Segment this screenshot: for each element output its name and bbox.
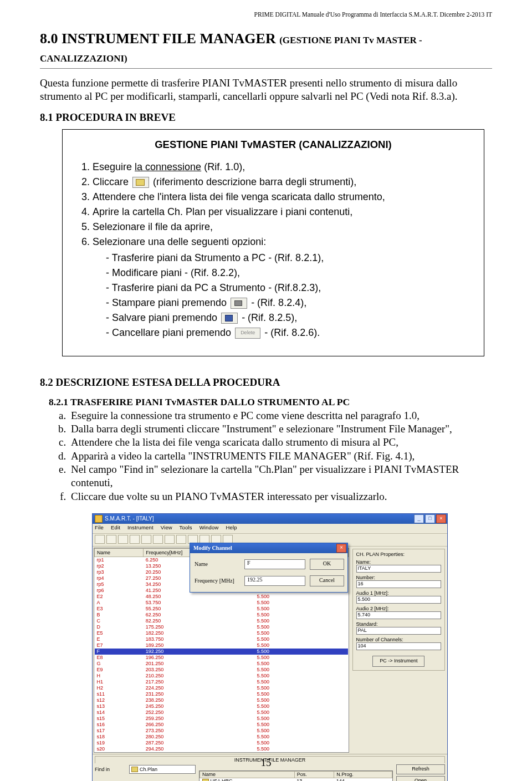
props-std-label: Standard:: [356, 621, 441, 627]
toolbar-button[interactable]: [165, 535, 175, 544]
running-header: PRIME DIGITAL Manuale d'Uso Programma di…: [40, 11, 492, 18]
menu-edit[interactable]: Edit: [111, 524, 120, 530]
alpha-a: Eseguire la connessione tra strumento e …: [69, 409, 492, 422]
step-1-link: la connessione: [135, 161, 201, 172]
option-6: Cancellare piani premendo - (Rif. 8.2.6)…: [106, 325, 473, 340]
modal-title: Modify Channel: [193, 545, 232, 551]
alpha-b: Dalla barra degli strumenti cliccare "In…: [69, 422, 492, 436]
props-title: CH. PLAN Properties:: [356, 552, 441, 557]
step-4: Aprire la cartella Ch. Plan per visualiz…: [93, 205, 473, 220]
table-row[interactable]: H1217.2505.500: [95, 679, 349, 685]
option-2: Modificare piani - (Rif. 8.2.2),: [106, 266, 473, 280]
intro-paragraph: Questa funzione permette di trasferire P…: [40, 76, 492, 104]
toolbar-button[interactable]: [118, 535, 128, 544]
modal-freq-input[interactable]: 192.25: [244, 576, 305, 586]
toolbar-button[interactable]: [153, 535, 163, 544]
floppy-icon: [221, 313, 238, 324]
pc-to-instrument-button[interactable]: PC -> Instrument: [372, 656, 424, 667]
alpha-c: Attendere che la lista dei file venga sc…: [69, 436, 492, 449]
menu-view[interactable]: View: [161, 524, 172, 530]
minimize-button[interactable]: _: [414, 514, 424, 523]
menu-window[interactable]: Window: [200, 524, 219, 530]
toolbar-button[interactable]: [141, 535, 151, 544]
table-row[interactable]: s20294.2505.500: [95, 746, 349, 752]
close-button[interactable]: ×: [436, 514, 446, 523]
toolbar-button[interactable]: [130, 535, 140, 544]
menu-instrument[interactable]: Instrument: [127, 524, 154, 530]
table-row[interactable]: s17273.2505.500: [95, 728, 349, 734]
alpha-e: Nel campo "Find in" selezionare la carte…: [69, 463, 492, 490]
ifm-file-table[interactable]: Name Pos. N.Prog. USA HRC13144USA IRC141…: [199, 770, 393, 781]
props-a1-label: Audio 1 [MHz]:: [356, 590, 441, 596]
toolbar-button[interactable]: [176, 535, 186, 544]
table-row[interactable]: E183.7505.500: [95, 636, 349, 642]
menu-tools[interactable]: Tools: [180, 524, 192, 530]
option-5: Salvare piani premendo - (Rif. 8.2.5),: [106, 310, 473, 325]
table-row[interactable]: H210.2505.500: [95, 673, 349, 679]
properties-pane: CH. PLAN Properties: Name: ITALY Number:…: [350, 547, 447, 754]
ifm-open-button[interactable]: Open: [396, 776, 445, 781]
props-a2-label: Audio 2 [MHz]:: [356, 606, 441, 611]
ifm-col-nprog[interactable]: N.Prog.: [334, 771, 392, 778]
modal-name-label: Name: [195, 561, 244, 567]
table-row[interactable]: E248.2505.500: [95, 594, 349, 600]
titlebar: S.M.A.R.T. - [ITALY] _ □ ×: [93, 514, 447, 524]
props-nch-label: Number of Channels:: [356, 637, 441, 642]
toolbar-button[interactable]: [106, 535, 116, 544]
modal-ok-button[interactable]: OK: [310, 559, 344, 570]
table-row[interactable]: USA HRC13144: [200, 778, 392, 781]
section-8-2-1-heading: 8.2.1 TRASFERIRE PIANI TvMASTER DALLO ST…: [49, 396, 492, 408]
props-a2-value[interactable]: 5.740: [356, 611, 441, 619]
table-row[interactable]: H2224.2505.500: [95, 685, 349, 691]
step-6-options: Trasferire piani da Strumento a PC - (Ri…: [93, 251, 473, 340]
ifm-col-name[interactable]: Name: [200, 771, 295, 778]
props-name-label: Name:: [356, 559, 441, 565]
table-row[interactable]: F192.2505.500: [95, 649, 349, 655]
menu-help[interactable]: Help: [226, 524, 237, 530]
table-row[interactable]: E8196.2505.500: [95, 655, 349, 661]
menu-file[interactable]: File: [95, 524, 104, 530]
modal-cancel-button[interactable]: Cancel: [310, 575, 344, 586]
table-row[interactable]: E9203.2505.500: [95, 667, 349, 673]
menubar[interactable]: File Edit Instrument View Tools Window H…: [93, 524, 447, 534]
table-row[interactable]: D175.2505.500: [95, 624, 349, 630]
option-4: Stampare piani premendo - (Rif. 8.2.4),: [106, 295, 473, 310]
alpha-steps: Eseguire la connessione tra strumento e …: [53, 409, 492, 503]
table-row[interactable]: B62.2505.500: [95, 612, 349, 618]
props-std-value[interactable]: PAL: [356, 627, 441, 635]
props-number-value[interactable]: 16: [356, 580, 441, 588]
app-icon: [95, 515, 103, 523]
props-nch-value: 104: [356, 642, 441, 650]
toolbar-button[interactable]: [95, 535, 105, 544]
table-row[interactable]: s11231.2505.500: [95, 691, 349, 697]
ifm-col-pos[interactable]: Pos.: [294, 771, 334, 778]
window-title: S.M.A.R.T. - [ITALY]: [105, 515, 154, 522]
heading-underline: [40, 68, 492, 69]
modal-close-button[interactable]: ×: [336, 544, 346, 553]
alpha-f: Cliccare due volte su un PIANO TvMASTER …: [69, 490, 492, 503]
table-row[interactable]: E7189.2505.500: [95, 642, 349, 649]
table-row[interactable]: G201.2505.500: [95, 661, 349, 667]
table-row[interactable]: A53.7505.500: [95, 600, 349, 606]
table-row[interactable]: E355.2505.500: [95, 606, 349, 612]
modal-name-input[interactable]: F: [244, 559, 305, 569]
table-row[interactable]: s15259.2505.500: [95, 716, 349, 722]
printer-icon: [231, 298, 247, 309]
table-row[interactable]: C82.2505.500: [95, 618, 349, 624]
maximize-button[interactable]: □: [425, 514, 435, 523]
props-a1-value[interactable]: 5.500: [356, 596, 441, 604]
table-row[interactable]: s12238.2505.500: [95, 697, 349, 703]
table-row[interactable]: s16266.2505.500: [95, 722, 349, 728]
procedure-box-title: GESTIONE PIANI TvMASTER (CANALIZZAZIONI): [74, 139, 473, 151]
modify-channel-dialog: Modify Channel × Name F OK Frequency [MH…: [190, 543, 348, 593]
table-row[interactable]: s14252.2505.500: [95, 709, 349, 716]
col-name[interactable]: Name: [95, 548, 144, 557]
step-6: Selezionare una delle seguenti opzioni: …: [93, 234, 473, 340]
table-row[interactable]: s19287.2505.500: [95, 740, 349, 746]
procedure-steps: Eseguire la connessione (Rif. 1.0), Clic…: [78, 160, 473, 340]
page-number: 15: [0, 757, 532, 769]
alpha-d: Apparirà a video la cartella "INSTRUMENT…: [69, 450, 492, 463]
table-row[interactable]: E5182.2505.500: [95, 630, 349, 636]
table-row[interactable]: s18280.2505.500: [95, 734, 349, 740]
table-row[interactable]: s13245.2505.500: [95, 703, 349, 709]
